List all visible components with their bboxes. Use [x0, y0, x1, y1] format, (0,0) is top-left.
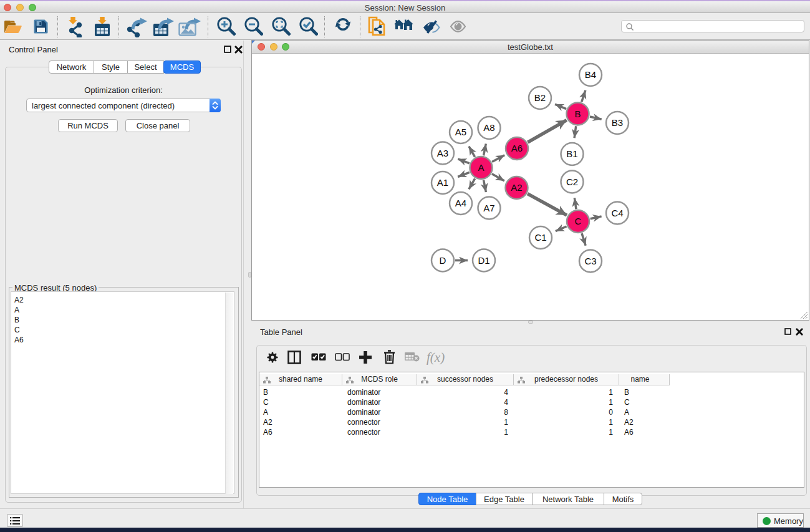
svg-text:A7: A7 [483, 203, 494, 213]
svg-text:D1: D1 [478, 255, 489, 266]
svg-text:C3: C3 [584, 256, 596, 266]
svg-text:C2: C2 [566, 177, 578, 187]
svg-text:A8: A8 [483, 122, 494, 133]
svg-text:B1: B1 [566, 148, 577, 159]
svg-text:D: D [440, 255, 446, 266]
svg-text:A: A [478, 162, 484, 173]
svg-text:A4: A4 [455, 198, 466, 208]
svg-text:B4: B4 [585, 69, 596, 80]
svg-text:A2: A2 [511, 182, 522, 193]
svg-text:B3: B3 [612, 117, 623, 128]
svg-text:B: B [574, 109, 581, 119]
svg-text:A1: A1 [437, 177, 448, 188]
svg-text:A6: A6 [511, 143, 523, 153]
svg-text:B2: B2 [534, 92, 546, 103]
svg-text:C: C [575, 216, 582, 226]
svg-text:C1: C1 [534, 232, 546, 243]
svg-text:A3: A3 [437, 148, 448, 158]
svg-text:A5: A5 [455, 127, 466, 137]
svg-text:C4: C4 [611, 208, 623, 218]
